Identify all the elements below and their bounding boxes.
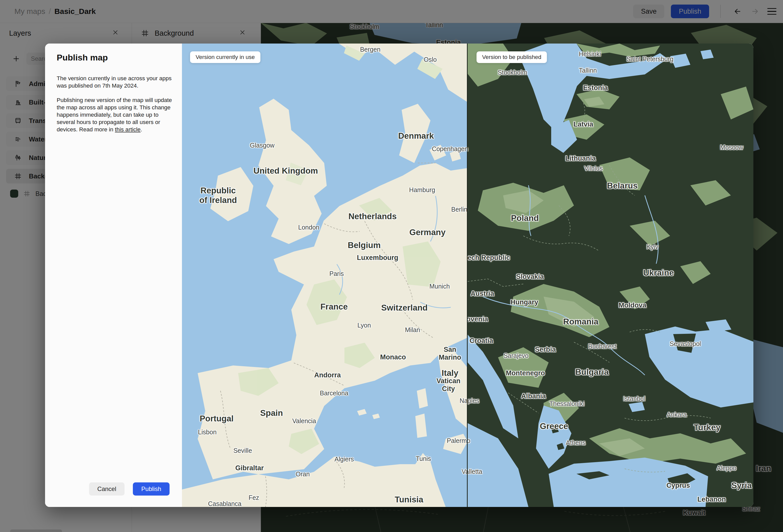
light-map-svg	[182, 43, 468, 507]
current-version-map[interactable]: BergenOsloGlasgowDenmarkCopenhagenUnited…	[182, 43, 468, 507]
app-window: StockholmTallinnEstoniaIranShirazKuwait …	[0, 0, 783, 532]
dialog-paragraph-2: Publishing new version of the map will u…	[57, 96, 172, 133]
publish-dialog: Publish map The version currently in use…	[45, 43, 182, 507]
dialog-actions: Cancel Publish	[89, 482, 169, 496]
dialog-paragraph-1: The version currently in use across your…	[57, 75, 172, 89]
compare-divider-handle[interactable]	[467, 43, 468, 507]
cancel-button[interactable]: Cancel	[89, 482, 125, 496]
dialog-publish-button[interactable]: Publish	[133, 482, 169, 496]
current-version-chip: Version currently in use	[190, 51, 260, 63]
dark-map-svg	[468, 43, 753, 507]
this-article-link[interactable]: this article	[115, 126, 140, 133]
publish-modal: Publish map The version currently in use…	[45, 43, 753, 507]
published-version-map[interactable]: HelsinkiSaint PetersburgTallinnStockholm…	[468, 43, 753, 507]
published-version-chip: Version to be published	[476, 51, 547, 63]
dialog-title: Publish map	[57, 53, 108, 63]
version-compare-view: BergenOsloGlasgowDenmarkCopenhagenUnited…	[182, 43, 753, 507]
